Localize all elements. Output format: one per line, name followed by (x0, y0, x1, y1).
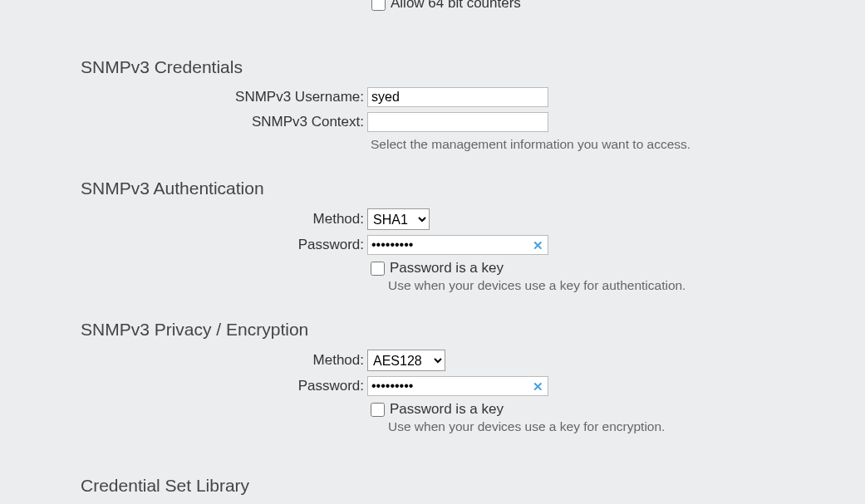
privacy-is-key-checkbox[interactable] (371, 403, 385, 417)
username-input[interactable] (367, 87, 548, 107)
auth-is-key-label: Password is a key (390, 260, 504, 276)
auth-is-key-help: Use when your devices use a key for auth… (388, 278, 865, 293)
privacy-password-label: Password: (81, 378, 367, 394)
library-heading: Credential Set Library (81, 476, 865, 496)
context-help: Select the management information you wa… (371, 137, 865, 152)
auth-method-select[interactable]: SHA1 (367, 208, 430, 230)
privacy-method-select[interactable]: AES128 (367, 350, 445, 371)
auth-is-key-checkbox[interactable] (371, 262, 385, 276)
privacy-is-key-help: Use when your devices use a key for encr… (388, 419, 865, 434)
allow-64bit-row: Allow 64 bit counters (371, 0, 865, 12)
privacy-heading: SNMPv3 Privacy / Encryption (81, 320, 865, 340)
context-input[interactable] (367, 112, 548, 132)
context-label: SNMPv3 Context: (81, 114, 367, 130)
auth-password-input[interactable] (367, 235, 548, 255)
auth-heading: SNMPv3 Authentication (81, 179, 865, 198)
credentials-heading: SNMPv3 Credentials (81, 57, 865, 77)
privacy-is-key-label: Password is a key (390, 401, 504, 418)
allow-64bit-checkbox[interactable] (371, 0, 386, 11)
clear-icon[interactable]: ✕ (533, 239, 543, 252)
privacy-password-input[interactable] (367, 376, 548, 396)
auth-password-label: Password: (81, 237, 367, 253)
privacy-method-label: Method: (81, 352, 367, 369)
username-label: SNMPv3 Username: (81, 89, 367, 105)
auth-method-label: Method: (81, 211, 367, 228)
allow-64bit-label: Allow 64 bit counters (391, 0, 521, 12)
clear-icon[interactable]: ✕ (533, 380, 543, 393)
